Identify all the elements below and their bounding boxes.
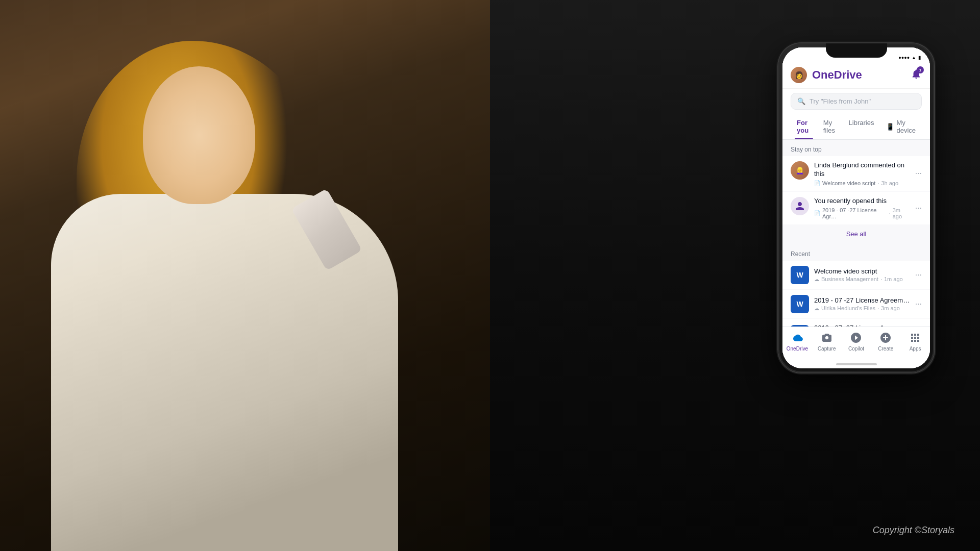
word-file-icon-0: 📄	[814, 180, 820, 186]
activity-filename-1: 2019 - 07 -27 License Agr…	[822, 207, 887, 219]
status-icons: ●●●● ▲ ▮	[898, 55, 921, 60]
create-nav-icon	[879, 331, 892, 344]
recent-item-0[interactable]: W Welcome video script ☁ Business Manage…	[782, 261, 930, 289]
more-options-1[interactable]: ···	[915, 204, 922, 213]
signal-icon: ●●●●	[898, 55, 910, 60]
tabs-row: For you My files Libraries 📱 My device	[782, 115, 930, 140]
plus-circle-icon	[879, 332, 892, 344]
more-options-recent-1[interactable]: ···	[915, 299, 922, 309]
recent-info-0: Welcome video script ☁ Business Manageme…	[814, 267, 910, 282]
activity-title-0: Linda Berglund commented on this	[814, 161, 910, 179]
avatar-emoji: 👩	[795, 71, 803, 79]
activity-title-1: You recently opened this	[814, 197, 910, 206]
recent-location-1: Ulrika Hedlund's Files	[821, 305, 875, 311]
apps-nav-icon	[909, 331, 922, 344]
nav-copilot[interactable]: Copilot	[845, 331, 867, 352]
search-input-container[interactable]: 🔍 Try "Files from John"	[791, 93, 922, 110]
wifi-icon: ▲	[912, 55, 916, 60]
stay-on-top-label: Stay on top	[782, 140, 930, 156]
grid-icon	[909, 332, 921, 344]
nav-onedrive-label: OneDrive	[787, 346, 808, 352]
more-options-0[interactable]: ···	[915, 169, 922, 178]
nav-capture[interactable]: Capture	[816, 331, 838, 352]
screen-content: ●●●● ▲ ▮ 👩 OneDrive 1	[782, 47, 930, 368]
recent-label: Recent	[782, 244, 930, 261]
phone-notch	[826, 43, 887, 58]
person-face	[143, 66, 255, 204]
search-input[interactable]: Try "Files from John"	[810, 97, 871, 105]
nav-create[interactable]: Create	[874, 331, 897, 352]
tab-libraries[interactable]: Libraries	[843, 115, 880, 139]
recent-info-1: 2019 - 07 -27 License Agreem… ☁ Ulrika H…	[814, 296, 910, 311]
linda-avatar: 👱‍♀	[791, 161, 809, 180]
home-indicator	[836, 363, 877, 365]
search-icon: 🔍	[797, 97, 805, 105]
recent-name-0: Welcome video script	[814, 267, 910, 275]
nav-create-label: Create	[878, 346, 893, 352]
onedrive-nav-icon	[791, 331, 804, 344]
activity-sub-0: 📄 Welcome video script · 3h ago	[814, 180, 910, 186]
tab-my-files[interactable]: My files	[817, 115, 843, 139]
recent-meta-0: ☁ Business Management · 1m ago	[814, 276, 910, 282]
phone-screen: ●●●● ▲ ▮ 👩 OneDrive 1	[782, 47, 930, 368]
activity-item-0[interactable]: 👱‍♀ Linda Berglund commented on this 📄 W…	[782, 156, 930, 191]
copilot-icon	[850, 332, 862, 344]
nav-apps-label: Apps	[910, 346, 921, 352]
cloud-icon-0: ☁	[814, 277, 819, 282]
bottom-nav: OneDrive Capture	[782, 327, 930, 368]
activity-time-val-1: 3m ago	[893, 207, 910, 219]
app-title-row: 👩 OneDrive	[791, 67, 862, 83]
word-icon-1: W	[791, 295, 809, 313]
recent-item-1[interactable]: W 2019 - 07 -27 License Agreem… ☁ Ulrika…	[782, 290, 930, 318]
user-icon	[795, 201, 805, 211]
camera-icon	[821, 332, 833, 344]
notification-badge: 1	[917, 66, 924, 73]
capture-nav-icon	[820, 331, 834, 344]
tab-my-device[interactable]: 📱 My device	[880, 115, 922, 139]
recent-meta-1: ☁ Ulrika Hedlund's Files · 3m ago	[814, 305, 910, 311]
copilot-nav-icon	[849, 331, 863, 344]
notification-bell-button[interactable]: 1	[911, 68, 922, 82]
user-avatar[interactable]: 👩	[791, 67, 807, 83]
copyright-text: Copyright ©Storyals	[873, 525, 954, 536]
activity-filename-0: Welcome video script	[822, 180, 875, 186]
cloud-icon-1: ☁	[814, 306, 819, 311]
nav-onedrive[interactable]: OneDrive	[786, 331, 808, 352]
phone-mockup: ●●●● ▲ ▮ 👩 OneDrive 1	[778, 43, 934, 372]
nav-apps[interactable]: Apps	[904, 331, 926, 352]
word-file-icon-1: 📄	[814, 210, 820, 216]
activity-text-0: Linda Berglund commented on this 📄 Welco…	[814, 161, 910, 186]
recent-location-0: Business Management	[821, 276, 878, 282]
nav-copilot-label: Copilot	[848, 346, 864, 352]
recent-name-1: 2019 - 07 -27 License Agreem…	[814, 296, 910, 304]
activity-text-1: You recently opened this 📄 2019 - 07 -27…	[814, 197, 910, 219]
see-all-container: See all	[782, 225, 930, 244]
see-all-link[interactable]: See all	[846, 230, 867, 238]
nav-capture-label: Capture	[818, 346, 836, 352]
battery-icon: ▮	[918, 55, 921, 60]
recent-time-1: 3m ago	[881, 305, 900, 311]
onedrive-icon	[791, 332, 803, 344]
more-options-recent-0[interactable]: ···	[915, 270, 922, 280]
app-title: OneDrive	[812, 68, 862, 82]
tab-for-you[interactable]: For you	[791, 115, 817, 139]
activity-time-0: ·	[877, 180, 879, 186]
activity-time-val-0: 3h ago	[881, 180, 898, 186]
search-bar: 🔍 Try "Files from John"	[782, 89, 930, 115]
activity-sub-1: 📄 2019 - 07 -27 License Agr… · 3m ago	[814, 207, 910, 219]
recent-time-0: 1m ago	[884, 276, 903, 282]
device-icon: 📱	[886, 123, 894, 131]
activity-item-1[interactable]: You recently opened this 📄 2019 - 07 -27…	[782, 192, 930, 224]
activity-time-1: ·	[889, 210, 891, 216]
user-icon-avatar	[791, 197, 809, 215]
word-icon-0: W	[791, 266, 809, 284]
